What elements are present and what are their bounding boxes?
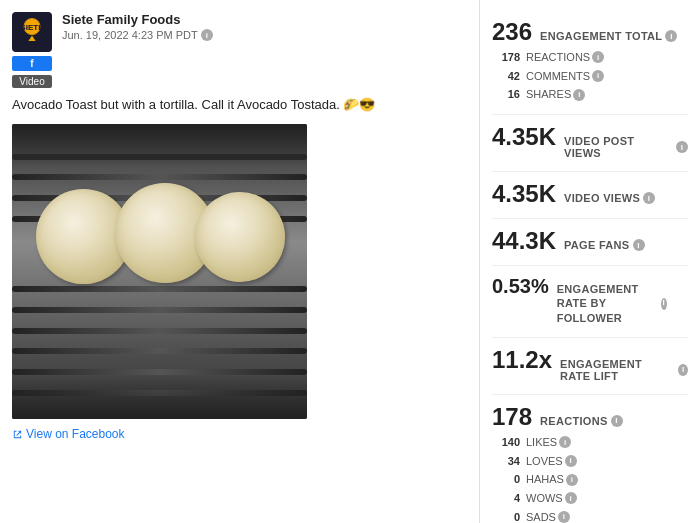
oven-scene <box>12 124 307 419</box>
engagement-total-label: ENGAGEMENT TOTAL i <box>540 30 677 42</box>
sads-row: 0 SADS i <box>492 508 688 523</box>
comments-row: 42 COMMENTS i <box>492 67 688 86</box>
avatar-wrap: SIETE f Video <box>12 12 52 88</box>
video-post-views-value: 4.35K <box>492 125 556 149</box>
sads-info-icon[interactable]: i <box>558 511 570 523</box>
date-info-icon[interactable]: i <box>201 29 213 41</box>
comments-info-icon[interactable]: i <box>592 70 604 82</box>
reactions-label: REACTIONS i <box>540 415 622 427</box>
post-image <box>12 124 307 419</box>
engagement-rate-info-icon[interactable]: i <box>661 298 667 310</box>
reactions-info-icon[interactable]: i <box>592 51 604 63</box>
loves-info-icon[interactable]: i <box>565 455 577 467</box>
reactions-value: 178 <box>492 405 532 429</box>
wows-row: 4 WOWS i <box>492 489 688 508</box>
page-fans-value: 44.3K <box>492 229 556 253</box>
engagement-sub-metrics: 178 REACTIONS i 42 COMMENTS i 16 SHARES … <box>492 48 688 104</box>
engagement-lift-info-icon[interactable]: i <box>678 364 688 376</box>
engagement-total-block: 236 ENGAGEMENT TOTAL i 178 REACTIONS i 4… <box>492 10 688 115</box>
view-on-facebook-link[interactable]: View on Facebook <box>12 427 467 441</box>
video-post-views-block: 4.35K VIDEO POST VIEWS i <box>492 115 688 172</box>
reactions-row: 178 REACTIONS i <box>492 48 688 67</box>
page-fans-label: PAGE FANS i <box>564 239 644 251</box>
post-meta: Siete Family Foods Jun. 19, 2022 4:23 PM… <box>62 12 213 41</box>
engagement-rate-label: ENGAGEMENT RATE BY FOLLOWER i <box>557 282 667 325</box>
engagement-total-value: 236 <box>492 20 532 44</box>
right-panel: 236 ENGAGEMENT TOTAL i 178 REACTIONS i 4… <box>480 0 700 523</box>
likes-info-icon[interactable]: i <box>559 436 571 448</box>
video-views-info-icon[interactable]: i <box>643 192 655 204</box>
video-views-value: 4.35K <box>492 182 556 206</box>
post-caption: Avocado Toast but with a tortilla. Call … <box>12 96 467 114</box>
avatar: SIETE <box>12 12 52 52</box>
facebook-badge: f <box>12 56 52 71</box>
page-fans-info-icon[interactable]: i <box>633 239 645 251</box>
engagement-lift-label: ENGAGEMENT RATE LIFT i <box>560 358 688 382</box>
wows-info-icon[interactable]: i <box>565 492 577 504</box>
shares-row: 16 SHARES i <box>492 85 688 104</box>
shares-info-icon[interactable]: i <box>573 89 585 101</box>
engagement-total-info-icon[interactable]: i <box>665 30 677 42</box>
engagement-lift-value: 11.2x <box>492 348 552 372</box>
svg-text:SIETE: SIETE <box>20 23 44 32</box>
video-post-views-label: VIDEO POST VIEWS i <box>564 135 688 159</box>
reactions-detail-info-icon[interactable]: i <box>611 415 623 427</box>
post-date: Jun. 19, 2022 4:23 PM PDT i <box>62 29 213 41</box>
loves-row: 34 LOVES i <box>492 452 688 471</box>
video-views-label: VIDEO VIEWS i <box>564 192 655 204</box>
engagement-rate-block: 0.53% ENGAGEMENT RATE BY FOLLOWER i <box>492 266 688 338</box>
left-panel: SIETE f Video Siete Family Foods Jun. 19… <box>0 0 480 523</box>
video-views-block: 4.35K VIDEO VIEWS i <box>492 172 688 219</box>
video-badge: Video <box>12 75 52 88</box>
engagement-rate-value: 0.53% <box>492 276 549 296</box>
brand-name: Siete Family Foods <box>62 12 213 27</box>
reactions-block: 178 REACTIONS i 140 LIKES i 34 LOVES i 0… <box>492 395 688 523</box>
video-post-views-info-icon[interactable]: i <box>676 141 688 153</box>
hahas-row: 0 HAHAS i <box>492 470 688 489</box>
page-fans-block: 44.3K PAGE FANS i <box>492 219 688 266</box>
reactions-sub-metrics: 140 LIKES i 34 LOVES i 0 HAHAS i 4 WOWS … <box>492 433 688 523</box>
engagement-lift-block: 11.2x ENGAGEMENT RATE LIFT i <box>492 338 688 395</box>
post-header: SIETE f Video Siete Family Foods Jun. 19… <box>12 12 467 88</box>
hahas-info-icon[interactable]: i <box>566 474 578 486</box>
likes-row: 140 LIKES i <box>492 433 688 452</box>
